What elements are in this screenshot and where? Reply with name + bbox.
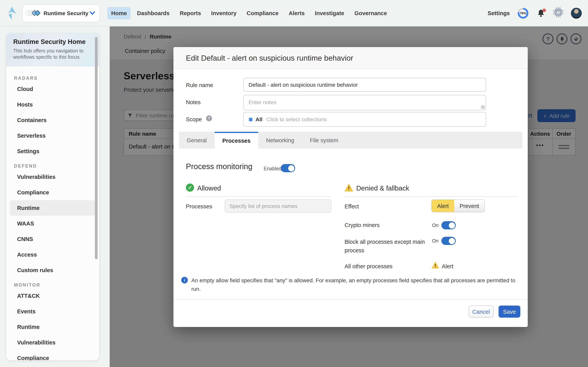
chevron-down-icon [90,11,95,15]
edit-rule-modal: Edit Default - alert on suspicious runti… [173,47,528,327]
process-monitoring-state-label: Enabled [264,166,282,171]
allowed-heading: Allowed [197,184,221,192]
crypto-miners-label: Crypto miners [344,222,380,228]
nav-item-dashboards[interactable]: Dashboards [133,7,174,19]
modal-tabbar: General Processes Networking File system [179,132,522,149]
info-icon: i [181,277,188,284]
tab-processes[interactable]: Processes [214,132,258,149]
other-processes-value: Alert [442,263,454,269]
sidebar-description: This hub offers you navigation to workfl… [13,48,87,60]
sidebar-item-defend-vulnerabilities[interactable]: Vulnerabilities [10,169,96,185]
sidebar-title: Runtime Security Home [13,38,92,45]
sidebar-item-events[interactable]: Events [10,304,96,319]
warning-icon [344,184,353,192]
sidebar-item-defend-compliance[interactable]: Compliance [10,185,96,200]
cancel-button[interactable]: Cancel [469,306,494,318]
nav-item-governance[interactable]: Governance [350,7,391,19]
nav-item-compliance[interactable]: Compliance [243,7,282,19]
credits-percent-label: 78% [517,7,529,19]
sidebar: Runtime Security Home This hub offers yo… [0,26,110,367]
sidebar-item-cnns[interactable]: CNNS [10,231,96,247]
sidebar-item-monitor-compliance[interactable]: Compliance [10,350,96,360]
sidebar-item-hosts[interactable]: Hosts [10,97,96,112]
effect-prevent-button[interactable]: Prevent [454,200,485,212]
notifications-bell-icon[interactable] [536,8,546,18]
collection-swatch-icon [249,118,252,121]
save-button[interactable]: Save [499,306,520,318]
sidebar-item-serverless[interactable]: Serverless [10,128,96,143]
tab-file-system[interactable]: File system [302,132,346,149]
svg-text:AI: AI [556,10,560,15]
nav-item-investigate[interactable]: Investigate [311,7,348,19]
app-switcher-label: Runtime Security [43,10,90,16]
sidebar-item-monitor-vulnerabilities[interactable]: Vulnerabilities [10,335,96,350]
tab-general[interactable]: General [179,132,214,149]
app-switcher-dropdown[interactable]: Runtime Security [22,4,100,22]
logo-icon [6,6,17,20]
modal-header: Edit Default - alert on suspicious runti… [173,47,528,69]
block-processes-state-label: On [432,238,438,244]
credits-progress-ring[interactable]: 78% [517,7,529,19]
user-avatar[interactable] [571,8,582,18]
processes-input[interactable] [225,200,331,213]
sidebar-nav: RADARS Cloud Hosts Containers Serverless… [6,76,99,360]
topbar: Runtime Security Home Dashboards Reports… [0,0,588,26]
sidebar-scrollbar[interactable] [95,37,98,259]
sidebar-hub-card: Runtime Security Home This hub offers yo… [6,33,99,360]
sidebar-item-cloud[interactable]: Cloud [10,81,96,97]
sidebar-item-monitor-runtime[interactable]: Runtime [10,319,96,335]
scope-selected-value: All [255,116,262,123]
nav-item-alerts[interactable]: Alerts [285,7,309,19]
check-icon: ✓ [186,184,194,192]
settings-link[interactable]: Settings [488,10,510,16]
sidebar-item-custom-rules[interactable]: Custom rules [10,262,96,278]
alert-warning-icon [432,262,439,270]
block-processes-toggle[interactable] [441,237,456,245]
processes-label: Processes [186,203,212,209]
crypto-miners-state-label: On [432,223,438,228]
app: Runtime Security Home Dashboards Reports… [0,0,588,367]
nav-item-inventory[interactable]: Inventory [207,7,241,19]
process-monitoring-toggle[interactable] [281,164,295,172]
sidebar-item-waas[interactable]: WAAS [10,216,96,231]
scope-help-icon[interactable]: ? [206,116,212,121]
denied-heading: Denied & fallback [356,184,409,192]
modal-title: Edit Default - alert on suspicious runti… [186,47,353,69]
info-note: An empty allow field specifies that "any… [191,276,524,293]
resize-handle-icon[interactable] [481,105,485,109]
sidebar-item-containers[interactable]: Containers [10,112,96,128]
effect-segmented-control: Alert Prevent [431,200,485,212]
sidebar-section-monitor: MONITOR [14,283,99,287]
block-processes-label: Block all processes except main process [344,238,428,255]
sidebar-item-settings[interactable]: Settings [10,143,96,159]
other-processes-label: All other processes [344,263,393,269]
notification-badge [543,8,546,12]
process-monitoring-heading: Process monitoring [186,162,252,171]
sidebar-section-radars: RADARS [14,76,99,81]
sidebar-hub-header: Runtime Security Home This hub offers yo… [6,33,99,67]
scope-label: Scope [186,116,202,123]
top-navigation: Home Dashboards Reports Inventory Compli… [107,7,391,19]
sidebar-item-attack[interactable]: ATT&CK [10,288,96,304]
effect-alert-button[interactable]: Alert [432,200,454,212]
app-switcher-icon [27,11,40,15]
rule-name-label: Rule name [186,82,213,88]
nav-item-reports[interactable]: Reports [176,7,205,19]
scope-placeholder: Click to select collections [266,116,327,123]
scope-selector[interactable]: All Click to select collections [244,112,486,127]
sidebar-item-defend-runtime[interactable]: Runtime [10,200,96,216]
nav-item-home[interactable]: Home [107,7,131,19]
notes-input[interactable] [244,95,486,110]
sidebar-section-defend: DEFEND [14,164,99,168]
effect-label: Effect [344,203,359,209]
tab-networking[interactable]: Networking [258,132,302,149]
rule-name-input[interactable] [244,78,486,92]
sidebar-item-access[interactable]: Access [10,247,96,262]
topbar-right-cluster: Settings 78% [488,7,582,19]
notes-label: Notes [186,99,201,105]
crypto-miners-toggle[interactable] [441,221,456,229]
ai-copilot-icon[interactable]: AI [553,7,563,19]
